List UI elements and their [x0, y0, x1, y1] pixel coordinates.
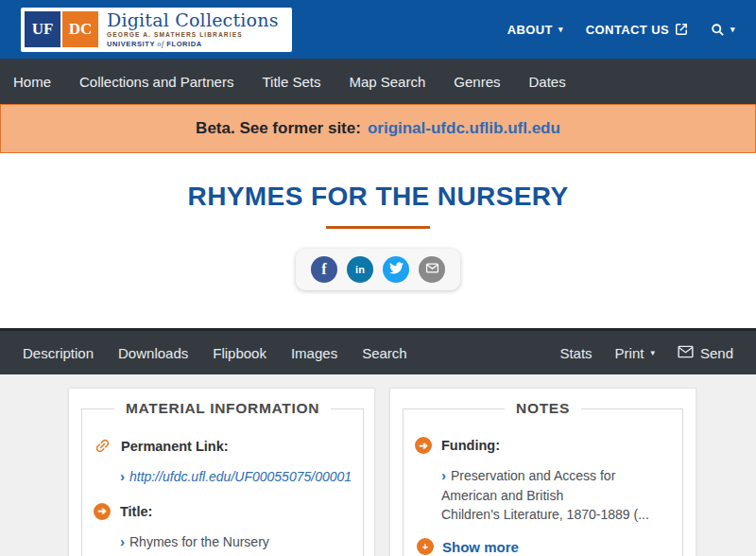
send-label: Send	[700, 345, 733, 361]
envelope-icon	[678, 345, 694, 361]
notes-fieldset: NOTES ➔ Funding: ›Preservation and Acces…	[403, 400, 683, 556]
page-title: RHYMES FOR THE NURSERY	[0, 153, 756, 212]
funding-text: Preservation and Access for American and…	[441, 468, 649, 522]
show-more-label: Show more	[442, 539, 519, 555]
material-information-fieldset: MATERIAL INFORMATION Permanent Link: ›ht…	[81, 400, 364, 556]
link-icon	[94, 437, 112, 455]
permanent-link-label: Permanent Link:	[121, 439, 229, 454]
external-link-icon	[675, 23, 688, 36]
nav-item-dates[interactable]: Dates	[528, 74, 565, 90]
permanent-link-value[interactable]: ›http://ufdc.ufl.edu/UF00055075/00001	[120, 466, 352, 487]
header-nav: ABOUT ▾ CONTACT US ▾	[507, 23, 735, 37]
print-menu[interactable]: Print ▾	[615, 345, 655, 361]
title-section: RHYMES FOR THE NURSERY f in	[0, 153, 756, 328]
former-site-link[interactable]: original-ufdc.uflib.ufl.edu	[368, 119, 560, 138]
about-menu[interactable]: ABOUT ▾	[507, 23, 563, 37]
item-toolbar: Description Downloads Flipbook Images Se…	[0, 328, 756, 374]
search-icon	[711, 23, 725, 37]
facebook-icon: f	[321, 261, 326, 278]
logo-title: Digital Collections	[107, 11, 279, 29]
linkedin-share-button[interactable]: in	[347, 256, 373, 283]
beta-banner-text: Beta. See former site:	[196, 119, 361, 138]
logo-institution-of: of	[158, 40, 164, 48]
nav-item-collections-and-partners[interactable]: Collections and Partners	[79, 74, 233, 90]
chevron-right-icon: ›	[120, 468, 125, 484]
main-nav: Home Collections and Partners Title Sets…	[0, 59, 756, 104]
material-information-heading: MATERIAL INFORMATION	[114, 400, 331, 417]
contact-us-link[interactable]: CONTACT US	[586, 23, 688, 37]
facebook-share-button[interactable]: f	[311, 256, 337, 283]
logo-institution-pre: UNIVERSITY	[107, 40, 158, 48]
permanent-link-label-row: Permanent Link:	[94, 437, 352, 455]
logo-text: Digital Collections GEORGE A. SMATHERS L…	[98, 11, 288, 47]
logo-subtitle: GEORGE A. SMATHERS LIBRARIES	[107, 32, 279, 39]
twitter-icon	[389, 261, 404, 279]
funding-label-row: ➔ Funding:	[415, 437, 671, 454]
chevron-down-icon: ▾	[650, 349, 655, 357]
title-text: Rhymes for the Nursery	[129, 534, 269, 549]
chevron-right-icon: ›	[441, 467, 446, 483]
arrow-circle-icon: ➔	[415, 437, 432, 454]
tab-search[interactable]: Search	[362, 345, 407, 361]
material-information-card: MATERIAL INFORMATION Permanent Link: ›ht…	[68, 388, 375, 556]
nav-item-home[interactable]: Home	[13, 74, 51, 90]
logo-institution-post: FLORIDA	[164, 40, 202, 48]
funding-label: Funding:	[441, 438, 500, 453]
ufdc-logo[interactable]: UF DC Digital Collections GEORGE A. SMAT…	[21, 8, 292, 52]
twitter-share-button[interactable]	[383, 256, 409, 283]
beta-banner: Beta. See former site: original-ufdc.ufl…	[0, 104, 756, 153]
permanent-link-url[interactable]: http://ufdc.ufl.edu/UF00055075/00001	[129, 469, 352, 484]
contact-us-label: CONTACT US	[586, 23, 669, 37]
plus-circle-icon: +	[417, 538, 434, 555]
title-label: Title:	[120, 504, 152, 519]
tab-flipbook[interactable]: Flipbook	[213, 345, 266, 361]
notes-heading: NOTES	[505, 400, 581, 417]
send-button[interactable]: Send	[678, 345, 733, 361]
tab-downloads[interactable]: Downloads	[118, 345, 188, 361]
arrow-circle-icon: ➔	[94, 503, 111, 520]
title-label-row: ➔ Title:	[94, 503, 352, 520]
chevron-right-icon: ›	[120, 533, 125, 549]
dc-logo-square: DC	[62, 11, 98, 47]
logo-institution: UNIVERSITY of FLORIDA	[107, 41, 279, 48]
search-menu[interactable]: ▾	[711, 23, 735, 37]
title-value: ›Rhymes for the Nursery	[120, 531, 352, 552]
content-area: MATERIAL INFORMATION Permanent Link: ›ht…	[0, 374, 756, 556]
chevron-down-icon: ▾	[730, 26, 735, 34]
tab-description[interactable]: Description	[23, 345, 94, 361]
site-header: UF DC Digital Collections GEORGE A. SMAT…	[0, 0, 756, 59]
uf-logo-square: UF	[25, 11, 60, 47]
notes-card: NOTES ➔ Funding: ›Preservation and Acces…	[389, 388, 696, 556]
nav-item-map-search[interactable]: Map Search	[349, 74, 425, 90]
share-toolbar: f in	[296, 249, 460, 290]
chevron-down-icon: ▾	[558, 26, 563, 34]
tab-images[interactable]: Images	[291, 345, 337, 361]
print-label: Print	[615, 345, 644, 361]
about-label: ABOUT	[507, 23, 553, 37]
envelope-icon	[425, 261, 439, 279]
toolbar-right-group: Stats Print ▾ Send	[559, 345, 733, 361]
nav-item-title-sets[interactable]: Title Sets	[262, 74, 320, 90]
stats-button[interactable]: Stats	[559, 345, 592, 361]
funding-value: ›Preservation and Access for American an…	[441, 465, 671, 524]
nav-item-genres[interactable]: Genres	[454, 74, 500, 90]
linkedin-icon: in	[355, 264, 365, 275]
email-share-button[interactable]	[419, 256, 445, 283]
show-more-button[interactable]: + Show more	[417, 538, 671, 555]
